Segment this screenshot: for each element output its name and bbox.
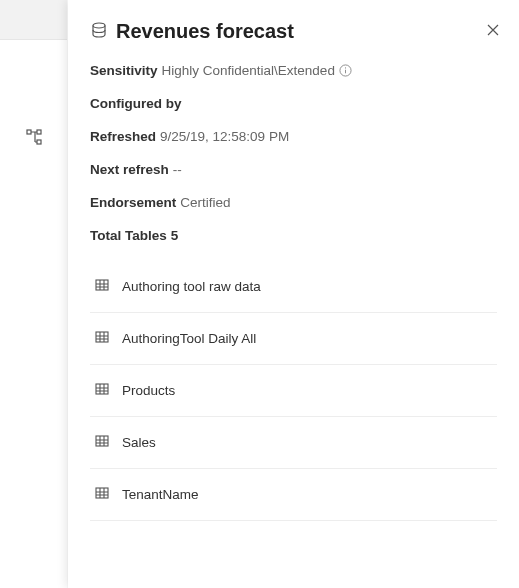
svg-rect-7 [96, 332, 108, 342]
next-refresh-row: Next refresh -- [90, 162, 497, 177]
left-rail [0, 0, 68, 588]
table-icon [94, 277, 110, 296]
total-tables-label: Total Tables [90, 228, 167, 243]
total-tables-value: 5 [171, 228, 179, 243]
table-name: AuthoringTool Daily All [122, 331, 256, 346]
configured-row: Configured by [90, 96, 497, 111]
table-name: Sales [122, 435, 156, 450]
refreshed-value: 9/25/19, 12:58:09 PM [160, 129, 289, 144]
table-row[interactable]: Sales [90, 417, 497, 469]
svg-rect-2 [37, 140, 41, 144]
endorsement-label: Endorsement [90, 195, 176, 210]
table-icon [94, 433, 110, 452]
svg-rect-1 [37, 130, 41, 134]
table-row[interactable]: Products [90, 365, 497, 417]
table-row[interactable]: Authoring tool raw data [90, 261, 497, 313]
next-refresh-value: -- [173, 162, 182, 177]
endorsement-value: Certified [180, 195, 230, 210]
sensitivity-label: Sensitivity [90, 63, 158, 78]
svg-rect-6 [96, 280, 108, 290]
table-row[interactable]: AuthoringTool Daily All [90, 313, 497, 365]
table-name: Authoring tool raw data [122, 279, 261, 294]
tables-list: Authoring tool raw dataAuthoringTool Dai… [90, 261, 497, 521]
table-row[interactable]: TenantName [90, 469, 497, 521]
refreshed-label: Refreshed [90, 129, 156, 144]
table-name: TenantName [122, 487, 199, 502]
next-refresh-label: Next refresh [90, 162, 169, 177]
close-button[interactable] [485, 22, 501, 42]
refreshed-row: Refreshed 9/25/19, 12:58:09 PM [90, 129, 497, 144]
panel-header: Revenues forecast [90, 20, 497, 43]
svg-point-5 [345, 67, 346, 68]
info-icon[interactable] [339, 64, 352, 77]
table-icon [94, 329, 110, 348]
dataset-icon [90, 21, 108, 43]
details-panel: Revenues forecast Sensitivity Highly Con… [68, 0, 519, 588]
configured-label: Configured by [90, 96, 182, 111]
svg-rect-8 [96, 384, 108, 394]
sensitivity-row: Sensitivity Highly Confidential\Extended [90, 63, 497, 78]
sensitivity-value: Highly Confidential\Extended [162, 63, 335, 78]
table-icon [94, 485, 110, 504]
total-tables-row: Total Tables 5 [90, 228, 497, 243]
svg-rect-9 [96, 436, 108, 446]
svg-rect-0 [27, 130, 31, 134]
lineage-icon[interactable] [0, 128, 68, 146]
table-name: Products [122, 383, 175, 398]
endorsement-row: Endorsement Certified [90, 195, 497, 210]
table-icon [94, 381, 110, 400]
svg-rect-10 [96, 488, 108, 498]
panel-title: Revenues forecast [116, 20, 294, 43]
left-rail-header [0, 0, 67, 40]
svg-point-3 [93, 23, 105, 28]
